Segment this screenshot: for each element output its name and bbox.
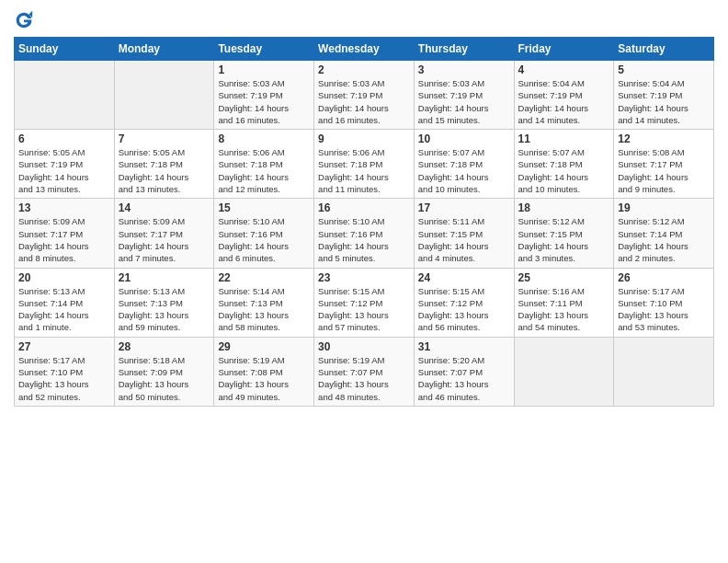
calendar-cell: 24Sunrise: 5:15 AM Sunset: 7:12 PM Dayli… bbox=[414, 268, 514, 337]
day-number: 11 bbox=[518, 132, 610, 145]
calendar-week-5: 27Sunrise: 5:17 AM Sunset: 7:10 PM Dayli… bbox=[15, 337, 714, 406]
calendar-cell bbox=[114, 61, 214, 130]
weekday-header-saturday: Saturday bbox=[614, 38, 714, 61]
day-number: 16 bbox=[318, 201, 410, 214]
day-number: 9 bbox=[318, 132, 410, 145]
cell-detail: Sunrise: 5:10 AM Sunset: 7:16 PM Dayligh… bbox=[218, 215, 310, 264]
calendar-cell: 7Sunrise: 5:05 AM Sunset: 7:18 PM Daylig… bbox=[114, 130, 214, 199]
day-number: 6 bbox=[18, 132, 110, 145]
calendar-body: 1Sunrise: 5:03 AM Sunset: 7:19 PM Daylig… bbox=[15, 61, 714, 407]
calendar-cell: 17Sunrise: 5:11 AM Sunset: 7:15 PM Dayli… bbox=[414, 199, 514, 268]
calendar-cell: 6Sunrise: 5:05 AM Sunset: 7:19 PM Daylig… bbox=[15, 130, 115, 199]
cell-detail: Sunrise: 5:06 AM Sunset: 7:18 PM Dayligh… bbox=[318, 146, 410, 195]
calendar-cell: 13Sunrise: 5:09 AM Sunset: 7:17 PM Dayli… bbox=[15, 199, 115, 268]
calendar-cell: 5Sunrise: 5:04 AM Sunset: 7:19 PM Daylig… bbox=[614, 61, 714, 130]
logo bbox=[14, 9, 38, 29]
cell-detail: Sunrise: 5:14 AM Sunset: 7:13 PM Dayligh… bbox=[218, 285, 310, 334]
weekday-header-monday: Monday bbox=[114, 38, 214, 61]
day-number: 14 bbox=[119, 201, 210, 214]
weekday-header-tuesday: Tuesday bbox=[214, 38, 314, 61]
calendar-header: SundayMondayTuesdayWednesdayThursdayFrid… bbox=[15, 38, 714, 61]
day-number: 24 bbox=[418, 271, 510, 284]
cell-detail: Sunrise: 5:11 AM Sunset: 7:15 PM Dayligh… bbox=[418, 215, 510, 264]
cell-detail: Sunrise: 5:04 AM Sunset: 7:19 PM Dayligh… bbox=[518, 77, 610, 126]
calendar-cell: 31Sunrise: 5:20 AM Sunset: 7:07 PM Dayli… bbox=[414, 337, 514, 406]
weekday-header-wednesday: Wednesday bbox=[314, 38, 415, 61]
calendar-week-2: 6Sunrise: 5:05 AM Sunset: 7:19 PM Daylig… bbox=[15, 130, 714, 199]
day-number: 28 bbox=[119, 340, 210, 353]
calendar-cell: 14Sunrise: 5:09 AM Sunset: 7:17 PM Dayli… bbox=[114, 199, 214, 268]
cell-detail: Sunrise: 5:17 AM Sunset: 7:10 PM Dayligh… bbox=[18, 354, 110, 403]
cell-detail: Sunrise: 5:20 AM Sunset: 7:07 PM Dayligh… bbox=[418, 354, 510, 403]
day-number: 7 bbox=[119, 132, 210, 145]
day-number: 19 bbox=[618, 201, 710, 214]
day-number: 25 bbox=[518, 271, 610, 284]
cell-detail: Sunrise: 5:07 AM Sunset: 7:18 PM Dayligh… bbox=[518, 146, 610, 195]
day-number: 22 bbox=[218, 271, 310, 284]
calendar-cell: 2Sunrise: 5:03 AM Sunset: 7:19 PM Daylig… bbox=[314, 61, 415, 130]
calendar-cell: 8Sunrise: 5:06 AM Sunset: 7:18 PM Daylig… bbox=[214, 130, 314, 199]
calendar-cell bbox=[514, 337, 614, 406]
cell-detail: Sunrise: 5:03 AM Sunset: 7:19 PM Dayligh… bbox=[218, 77, 310, 126]
calendar-week-4: 20Sunrise: 5:13 AM Sunset: 7:14 PM Dayli… bbox=[15, 268, 714, 337]
cell-detail: Sunrise: 5:09 AM Sunset: 7:17 PM Dayligh… bbox=[18, 215, 110, 264]
cell-detail: Sunrise: 5:03 AM Sunset: 7:19 PM Dayligh… bbox=[318, 77, 410, 126]
cell-detail: Sunrise: 5:05 AM Sunset: 7:18 PM Dayligh… bbox=[119, 146, 210, 195]
cell-detail: Sunrise: 5:17 AM Sunset: 7:10 PM Dayligh… bbox=[618, 285, 710, 334]
cell-detail: Sunrise: 5:13 AM Sunset: 7:13 PM Dayligh… bbox=[119, 285, 210, 334]
calendar-cell: 22Sunrise: 5:14 AM Sunset: 7:13 PM Dayli… bbox=[214, 268, 314, 337]
calendar-cell: 4Sunrise: 5:04 AM Sunset: 7:19 PM Daylig… bbox=[514, 61, 614, 130]
calendar-cell: 18Sunrise: 5:12 AM Sunset: 7:15 PM Dayli… bbox=[514, 199, 614, 268]
day-number: 30 bbox=[318, 340, 410, 353]
day-number: 8 bbox=[218, 132, 310, 145]
weekday-header-row: SundayMondayTuesdayWednesdayThursdayFrid… bbox=[15, 38, 714, 61]
calendar-cell: 1Sunrise: 5:03 AM Sunset: 7:19 PM Daylig… bbox=[214, 61, 314, 130]
weekday-header-sunday: Sunday bbox=[15, 38, 115, 61]
logo-icon bbox=[14, 9, 34, 29]
cell-detail: Sunrise: 5:09 AM Sunset: 7:17 PM Dayligh… bbox=[119, 215, 210, 264]
weekday-header-thursday: Thursday bbox=[414, 38, 514, 61]
day-number: 21 bbox=[119, 271, 210, 284]
day-number: 18 bbox=[518, 201, 610, 214]
calendar-cell: 30Sunrise: 5:19 AM Sunset: 7:07 PM Dayli… bbox=[314, 337, 415, 406]
calendar-cell: 26Sunrise: 5:17 AM Sunset: 7:10 PM Dayli… bbox=[614, 268, 714, 337]
calendar-cell: 16Sunrise: 5:10 AM Sunset: 7:16 PM Dayli… bbox=[314, 199, 415, 268]
calendar-cell: 28Sunrise: 5:18 AM Sunset: 7:09 PM Dayli… bbox=[114, 337, 214, 406]
day-number: 4 bbox=[518, 63, 610, 76]
cell-detail: Sunrise: 5:05 AM Sunset: 7:19 PM Dayligh… bbox=[18, 146, 110, 195]
weekday-header-friday: Friday bbox=[514, 38, 614, 61]
calendar-cell: 15Sunrise: 5:10 AM Sunset: 7:16 PM Dayli… bbox=[214, 199, 314, 268]
calendar-cell: 20Sunrise: 5:13 AM Sunset: 7:14 PM Dayli… bbox=[15, 268, 115, 337]
calendar-cell: 11Sunrise: 5:07 AM Sunset: 7:18 PM Dayli… bbox=[514, 130, 614, 199]
calendar-cell: 3Sunrise: 5:03 AM Sunset: 7:19 PM Daylig… bbox=[414, 61, 514, 130]
day-number: 12 bbox=[618, 132, 710, 145]
calendar-cell: 12Sunrise: 5:08 AM Sunset: 7:17 PM Dayli… bbox=[614, 130, 714, 199]
cell-detail: Sunrise: 5:12 AM Sunset: 7:14 PM Dayligh… bbox=[618, 215, 710, 264]
calendar-cell: 23Sunrise: 5:15 AM Sunset: 7:12 PM Dayli… bbox=[314, 268, 415, 337]
header bbox=[14, 9, 714, 29]
day-number: 27 bbox=[18, 340, 110, 353]
cell-detail: Sunrise: 5:15 AM Sunset: 7:12 PM Dayligh… bbox=[418, 285, 510, 334]
day-number: 1 bbox=[218, 63, 310, 76]
cell-detail: Sunrise: 5:07 AM Sunset: 7:18 PM Dayligh… bbox=[418, 146, 510, 195]
calendar-cell: 27Sunrise: 5:17 AM Sunset: 7:10 PM Dayli… bbox=[15, 337, 115, 406]
cell-detail: Sunrise: 5:13 AM Sunset: 7:14 PM Dayligh… bbox=[18, 285, 110, 334]
day-number: 15 bbox=[218, 201, 310, 214]
cell-detail: Sunrise: 5:18 AM Sunset: 7:09 PM Dayligh… bbox=[119, 354, 210, 403]
cell-detail: Sunrise: 5:06 AM Sunset: 7:18 PM Dayligh… bbox=[218, 146, 310, 195]
day-number: 20 bbox=[18, 271, 110, 284]
calendar-cell: 25Sunrise: 5:16 AM Sunset: 7:11 PM Dayli… bbox=[514, 268, 614, 337]
calendar-week-1: 1Sunrise: 5:03 AM Sunset: 7:19 PM Daylig… bbox=[15, 61, 714, 130]
calendar-cell: 29Sunrise: 5:19 AM Sunset: 7:08 PM Dayli… bbox=[214, 337, 314, 406]
day-number: 26 bbox=[618, 271, 710, 284]
calendar-cell: 19Sunrise: 5:12 AM Sunset: 7:14 PM Dayli… bbox=[614, 199, 714, 268]
cell-detail: Sunrise: 5:15 AM Sunset: 7:12 PM Dayligh… bbox=[318, 285, 410, 334]
calendar-cell bbox=[614, 337, 714, 406]
day-number: 23 bbox=[318, 271, 410, 284]
day-number: 31 bbox=[418, 340, 510, 353]
day-number: 17 bbox=[418, 201, 510, 214]
cell-detail: Sunrise: 5:19 AM Sunset: 7:07 PM Dayligh… bbox=[318, 354, 410, 403]
day-number: 10 bbox=[418, 132, 510, 145]
calendar-week-3: 13Sunrise: 5:09 AM Sunset: 7:17 PM Dayli… bbox=[15, 199, 714, 268]
cell-detail: Sunrise: 5:08 AM Sunset: 7:17 PM Dayligh… bbox=[618, 146, 710, 195]
